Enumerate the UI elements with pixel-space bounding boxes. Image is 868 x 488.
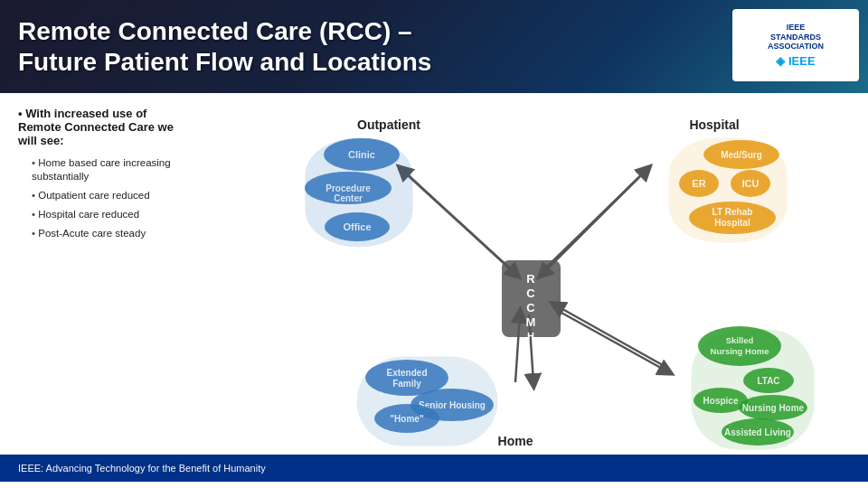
sub-bullet-2: Outpatient care reduced (32, 189, 181, 202)
page-title: Remote Connected Care (RCC) – Future Pat… (18, 16, 723, 77)
svg-text:R: R (526, 272, 535, 286)
svg-line-6 (556, 305, 669, 369)
diagram-svg: Outpatient Clinic Procedure Center Offic… (190, 102, 859, 455)
home-label: Home (498, 434, 533, 448)
svg-text:C: C (526, 301, 535, 314)
hospital-label: Hospital (689, 117, 739, 132)
svg-line-7 (553, 308, 667, 371)
svg-text:M: M (526, 315, 536, 329)
sub-bullets-list: Home based care increasing substantially… (18, 156, 181, 240)
svg-line-1 (402, 170, 511, 269)
left-panel: • With increased use of Remote Connected… (9, 102, 190, 455)
header: Remote Connected Care (RCC) – Future Pat… (0, 0, 868, 93)
svg-rect-51 (692, 330, 814, 449)
main-bullet: • With increased use of Remote Connected… (18, 107, 181, 147)
outpatient-label: Outpatient (357, 117, 420, 132)
sub-bullet-1: Home based care increasing substantially (32, 156, 181, 183)
svg-rect-15 (306, 138, 412, 247)
ieee-logo: IEEESTANDARDSASSOCIATION ◈ IEEE (732, 9, 859, 81)
svg-text:C: C (526, 286, 535, 300)
svg-rect-25 (669, 138, 787, 242)
main-content: • With increased use of Remote Connected… (0, 93, 868, 455)
footer-text: IEEE: Advancing Technology for the Benef… (18, 463, 266, 474)
footer: IEEE: Advancing Technology for the Benef… (0, 455, 868, 482)
svg-rect-39 (357, 357, 497, 446)
sub-bullet-3: Hospital care reduced (32, 208, 181, 221)
svg-text:H: H (527, 331, 534, 342)
post-acute-label: Post-Acute (724, 453, 787, 455)
diagram-area: Outpatient Clinic Procedure Center Offic… (190, 102, 859, 455)
svg-line-3 (544, 170, 646, 269)
sub-bullet-4: Post-Acute care steady (32, 227, 181, 240)
